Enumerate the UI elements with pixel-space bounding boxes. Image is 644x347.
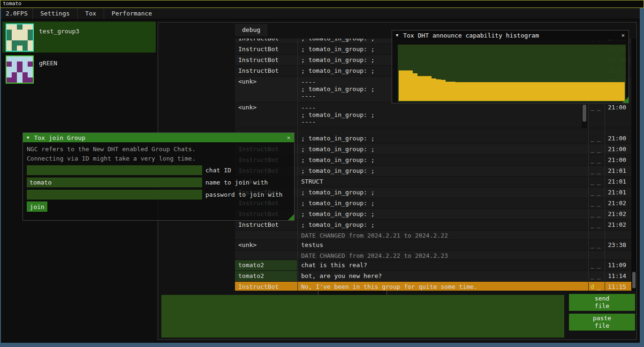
collapse-icon[interactable]: ▼ [396, 33, 398, 38]
chat-message-row[interactable]: InstructBot; tomato_in_group: ;__21:02 [235, 220, 631, 231]
message-text: ; tomato_in_group: ; [298, 166, 587, 176]
sender-name: tomato2 [235, 271, 297, 281]
menu-item-tox[interactable]: Tox [78, 8, 104, 19]
wm-title: tomato [3, 0, 22, 7]
close-icon[interactable]: ✕ [621, 32, 625, 39]
group-avatar [6, 23, 34, 52]
send-file-button[interactable]: send file [569, 294, 635, 311]
message-timestamp: 21:00 [605, 133, 631, 144]
message-timestamp: 21:02 [605, 209, 631, 219]
join-group-titlebar[interactable]: ▼ Tox join Group ✕ [23, 133, 294, 142]
chat-scrollbar-grab[interactable] [632, 272, 636, 288]
chat-id-input[interactable] [27, 165, 202, 175]
sender-name: InstructBot [235, 220, 297, 230]
chat-message-row[interactable]: <unk>testus__23:38 [235, 240, 631, 251]
chat-tabbar: debug [235, 24, 267, 38]
join-name-label: name to join with [205, 177, 268, 187]
group-item-test_group3[interactable]: test_group3 [2, 22, 156, 53]
chat-scrollbar[interactable] [631, 39, 636, 291]
join-name-input[interactable] [27, 177, 202, 187]
column-separator[interactable] [297, 39, 298, 291]
dht-histogram-titlebar[interactable]: ▼ Tox DHT announce capability histogram … [392, 31, 629, 40]
message-flags: __ [589, 260, 605, 270]
sender-name: <unk> [235, 77, 297, 102]
sender-name: InstructBot [235, 55, 297, 65]
chat-inner-scrollbar[interactable] [582, 105, 587, 128]
close-icon[interactable]: ✕ [287, 134, 290, 141]
date-separator-row[interactable]: DATE CHANGED from 2024.2.21 to 2024.2.22 [235, 231, 631, 240]
message-flags: __ [589, 166, 605, 176]
message-flags: __ [589, 240, 605, 250]
sender-name: InstructBot [235, 44, 297, 54]
message-text: ; tomato_in_group: ; [298, 133, 587, 144]
chat-id-label: chat ID [205, 165, 231, 175]
date-changed-text: DATE CHANGED from 2024.2.22 to 2024.2.23 [298, 251, 587, 260]
message-text: ; tomato_in_group: ; [298, 155, 587, 165]
message-flags: __ [589, 271, 605, 281]
message-timestamp: 21:00 [605, 155, 631, 165]
message-flags: __ [589, 133, 605, 144]
sender-name: tomato2 [235, 260, 297, 270]
message-flags: __ [589, 144, 605, 154]
sender-name: InstructBot [235, 66, 297, 76]
chat-message-row[interactable]: InstructBotNo, I've been in this group f… [235, 282, 631, 291]
tab-debug[interactable]: debug [235, 24, 267, 36]
chat-inner-scrollbar-grab[interactable] [583, 105, 586, 122]
chat-message-row[interactable]: <unk>---- ; tomato_in_group: ; ----__21:… [235, 102, 631, 128]
menu-bar: 2.0FPS SettingsToxPerformance [1, 8, 640, 19]
dht-histogram-window: ▼ Tox DHT announce capability histogram … [392, 30, 629, 103]
message-flags: __ [589, 209, 605, 219]
date-separator-row[interactable]: DATE CHANGED from 2024.2.22 to 2024.2.23 [235, 251, 631, 260]
message-text: ; tomato_in_group: ; [298, 144, 587, 154]
message-timestamp: 21:01 [605, 166, 631, 176]
group-name: test_group3 [39, 28, 79, 35]
collapse-icon[interactable]: ▼ [27, 135, 29, 140]
message-flags: __ [589, 177, 605, 187]
message-timestamp: 21:01 [605, 177, 631, 187]
chat-message-row[interactable]: tomato2chat is this real?__11:09 [235, 260, 631, 271]
message-flags: __ [589, 187, 605, 198]
sender-name: <unk> [235, 102, 297, 128]
message-flags: __ [589, 102, 605, 128]
message-text: chat is this real? [298, 260, 587, 270]
join-info-line-1: NGC refers to the New DHT enabled Group … [23, 146, 199, 153]
join-button[interactable]: join [27, 201, 47, 212]
message-timestamp: 21:02 [605, 220, 631, 230]
group-item-gREEN[interactable]: gREEN [2, 54, 156, 85]
resize-grip[interactable] [622, 97, 629, 103]
histogram-plot [398, 45, 626, 102]
join-group-title: Tox join Group [34, 134, 85, 141]
join-password-label: password to join with [205, 190, 282, 200]
join-info-line-2: Connecting via ID might take a very long… [23, 155, 199, 162]
message-flags: __ [589, 198, 605, 208]
message-timestamp: 11:14 [605, 271, 631, 281]
menu-item-settings[interactable]: Settings [33, 8, 77, 19]
message-text: ---- ; tomato_in_group: ; ---- [298, 102, 587, 128]
dht-histogram-title: Tox DHT announce capability histogram [403, 32, 539, 39]
message-text: No, I've been in this group for quite so… [298, 282, 587, 291]
resize-grip[interactable] [288, 214, 294, 220]
message-flags: __ [589, 220, 605, 230]
message-flags: d_ [589, 282, 605, 291]
message-text: ; tomato_in_group: ; [298, 220, 587, 230]
fps-indicator: 2.0FPS [1, 8, 32, 19]
message-flags: __ [589, 155, 605, 165]
join-password-input[interactable] [27, 190, 202, 200]
message-input[interactable] [161, 295, 564, 338]
chat-message-row[interactable]: tomato2bot, are you new here?__11:14 [235, 271, 631, 282]
histogram-bars [399, 46, 625, 101]
sender-name: InstructBot [235, 282, 297, 291]
message-text: testus [298, 240, 587, 250]
message-text: STRUCT [298, 177, 587, 187]
join-group-window: ▼ Tox join Group ✕ NGC refers to the New… [23, 132, 295, 221]
message-timestamp: 21:00 [605, 144, 631, 154]
menu-item-performance[interactable]: Performance [104, 8, 159, 19]
message-text: ; tomato_in_group: ; [298, 187, 587, 198]
message-timestamp: 23:38 [605, 240, 631, 250]
menu-items: SettingsToxPerformance [33, 8, 159, 19]
message-timestamp: 21:01 [605, 187, 631, 198]
group-avatar [6, 55, 34, 84]
date-changed-text: DATE CHANGED from 2024.2.21 to 2024.2.22 [298, 231, 587, 239]
paste-file-button[interactable]: paste file [569, 314, 635, 331]
wm-titlebar[interactable]: tomato [0, 0, 644, 8]
